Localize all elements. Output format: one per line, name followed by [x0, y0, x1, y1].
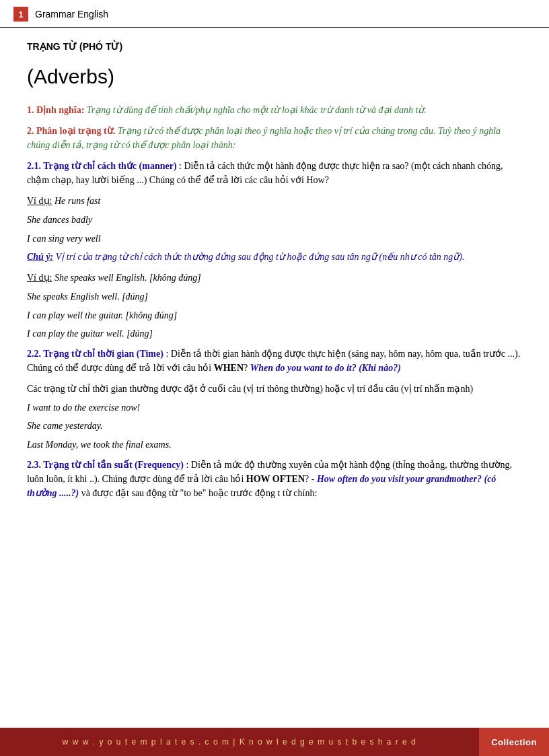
vidu-label-note: Ví dụ: [27, 273, 52, 283]
note-example-2: She speaks English well. [đúng] [27, 289, 522, 304]
section21-label: 2.1. Trạng từ chỉ cách thức (manner) [27, 161, 177, 171]
footer-collection-label: Collection [491, 737, 537, 747]
example-label-21: Ví dụ: [27, 196, 52, 206]
when-example: When do you want to do it? (Khi nào?) [250, 363, 401, 373]
chuy-text: Vị trí của trạng từ chỉ cách thức thường… [56, 252, 465, 262]
example-21-2: She dances badly [27, 215, 92, 225]
section23-label: 2.3. Trạng từ chỉ tần suất (Frequency) [27, 460, 184, 470]
header-title: Grammar English [35, 9, 108, 20]
page-number-badge: 1 [13, 7, 28, 22]
section1-text: Trạng từ dùng để tính chất/phụ nghĩa cho… [87, 105, 427, 115]
chuy-label: Chú ý: [27, 252, 53, 262]
note-ex-3: I can play well the guitar. [không đúng] [27, 310, 177, 320]
note-example-label: Ví dụ: She speaks well English. [không đ… [27, 271, 522, 285]
section2-label: 2. Phân loại trạng từ. [27, 126, 115, 136]
when-keyword: WHEN [214, 363, 244, 373]
section2: 2. Phân loại trạng từ. Trạng từ có thể đ… [27, 124, 522, 152]
section22-example-1: I want to do the exercise now! [27, 401, 522, 415]
main-content: TRẠNG TỪ (PHÓ TỪ) (Adverbs) 1. Định nghĩ… [0, 28, 549, 520]
section21-example-3: I can sing very well [27, 232, 522, 246]
section21-example-label: Ví dụ: He runs fast [27, 194, 522, 209]
footer-website-text: w w w . y o u t e m p l a t e s . c o m … [0, 737, 479, 747]
section21-header: 2.1. Trạng từ chỉ cách thức (manner) : D… [27, 159, 522, 187]
section1-label: 1. Định nghĩa: [27, 105, 84, 115]
note-example-3: I can play well the guitar. [không đúng] [27, 308, 522, 323]
example-21-3: I can sing very well [27, 234, 101, 244]
section22-example-2: She came yesterday. [27, 419, 522, 434]
page-subtitle: (Adverbs) [27, 61, 522, 93]
how-often-keyword: HOW OFTEN [246, 474, 305, 484]
section21-example-2: She dances badly [27, 213, 522, 228]
note-ex-2: She speaks English well. [đúng] [27, 291, 148, 302]
example-21-1: He runs fast [54, 196, 100, 206]
section21-note: Chú ý: Vị trí của trạng từ chỉ cách thức… [27, 250, 522, 264]
section22-header: 2.2. Trạng từ chỉ thời gian (Time) : Diễ… [27, 347, 522, 375]
note-example-1: She speaks well English. [không đúng] [54, 273, 201, 283]
section22-para2: Các trạng từ chỉ thời gian thường được đ… [27, 382, 522, 397]
header: 1 Grammar English [0, 0, 549, 28]
section22-example-3: Last Monday, we took the final exams. [27, 438, 522, 452]
note-ex-4: I can play the guitar well. [đúng] [27, 329, 153, 339]
section22-label: 2.2. Trạng từ chỉ thời gian (Time) [27, 349, 163, 359]
note-example-4: I can play the guitar well. [đúng] [27, 327, 522, 341]
time-ex-1: I want to do the exercise now! [27, 403, 140, 413]
section1: 1. Định nghĩa: Trạng từ dùng để tính chấ… [27, 103, 522, 117]
page-main-title: TRẠNG TỪ (PHÓ TỪ) [27, 40, 522, 55]
page-number: 1 [18, 9, 23, 20]
footer: w w w . y o u t e m p l a t e s . c o m … [0, 728, 549, 756]
page: 1 Grammar English TRẠNG TỪ (PHÓ TỪ) (Adv… [0, 0, 549, 756]
time-ex-2: She came yesterday. [27, 421, 103, 431]
section23-header: 2.3. Trạng từ chỉ tần suất (Frequency) :… [27, 458, 522, 500]
footer-collection-badge: Collection [479, 728, 549, 756]
time-ex-3: Last Monday, we took the final exams. [27, 440, 172, 450]
